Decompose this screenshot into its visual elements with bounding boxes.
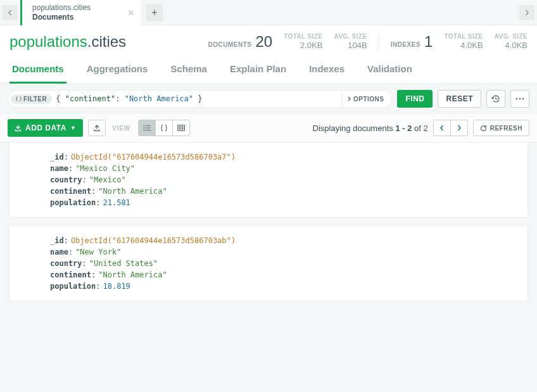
stat-indexes: INDEXES 1 xyxy=(391,33,433,51)
history-button[interactable] xyxy=(486,90,505,108)
tab-indexes[interactable]: Indexes xyxy=(306,57,347,84)
download-icon xyxy=(15,125,22,132)
caret-down-icon: ▼ xyxy=(70,125,76,131)
svg-point-1 xyxy=(519,98,521,100)
document-card[interactable]: _id:ObjectId("617604944e16573d586703a7")… xyxy=(9,142,528,218)
view-label: VIEW xyxy=(112,125,130,132)
more-button[interactable] xyxy=(510,90,529,108)
document-field: country:"Mexico" xyxy=(50,174,519,186)
document-field: country:"United States" xyxy=(50,258,519,269)
tab-explain-plan[interactable]: Explain Plan xyxy=(227,57,289,84)
svg-point-3 xyxy=(144,125,145,127)
svg-point-5 xyxy=(144,127,145,129)
braces-icon xyxy=(16,96,22,102)
pager-buttons xyxy=(433,120,468,136)
tab-documents[interactable]: Documents xyxy=(9,57,66,84)
documents-list: _id:ObjectId("617604944e16573d586703a7")… xyxy=(0,142,537,392)
svg-rect-8 xyxy=(146,130,151,130)
add-tab-button[interactable]: + xyxy=(146,4,163,22)
list-icon xyxy=(143,125,151,131)
chevron-left-icon xyxy=(439,125,445,131)
collection-name: cities xyxy=(91,33,126,50)
stat-documents: DOCUMENTS 20 xyxy=(208,33,272,51)
tab-schema[interactable]: Schema xyxy=(168,57,210,84)
collection-header: populations.cities DOCUMENTS 20 TOTAL SI… xyxy=(0,25,537,57)
ellipsis-icon xyxy=(515,98,524,100)
import-button[interactable] xyxy=(88,120,106,136)
stat-idx-total-size: TOTAL SIZE 4.0KB xyxy=(444,33,483,51)
chevron-right-icon xyxy=(457,125,462,131)
history-icon xyxy=(491,94,500,103)
close-icon[interactable]: × xyxy=(127,6,134,19)
pager-next-button[interactable] xyxy=(450,120,468,136)
database-name[interactable]: populations xyxy=(9,33,87,50)
active-tab[interactable]: populations.cities Documents × xyxy=(20,0,141,25)
reset-button[interactable]: RESET xyxy=(438,90,481,108)
sub-tabs: Documents Aggregations Schema Explain Pl… xyxy=(0,57,537,84)
svg-point-7 xyxy=(144,130,145,131)
view-list-button[interactable] xyxy=(138,120,156,136)
document-field: name:"New York" xyxy=(50,246,519,258)
upload-icon xyxy=(93,124,101,132)
document-field: _id:ObjectId("617604944e16573d586703ab") xyxy=(50,235,519,246)
options-button[interactable]: OPTIONS xyxy=(342,91,389,107)
pager-prev-button[interactable] xyxy=(433,120,451,136)
document-field: continent:"North America" xyxy=(50,269,519,281)
document-field: population:21.581 xyxy=(50,197,519,208)
tab-validation[interactable]: Validation xyxy=(365,57,415,84)
svg-rect-4 xyxy=(146,125,151,126)
view-json-button[interactable] xyxy=(155,120,173,136)
filter-badge: FILTER xyxy=(11,94,52,104)
stat-total-size: TOTAL SIZE 2.0KB xyxy=(284,33,322,51)
header-stats: DOCUMENTS 20 TOTAL SIZE 2.0KB AVG. SIZE … xyxy=(208,33,528,51)
tab-subtitle: Documents xyxy=(32,13,115,22)
documents-toolbar: ADD DATA ▼ VIEW Displaying documents 1 -… xyxy=(0,114,537,142)
svg-rect-6 xyxy=(146,128,151,129)
stat-avg-size: AVG. SIZE 104B xyxy=(334,33,367,51)
document-field: _id:ObjectId("617604944e16573d586703a7") xyxy=(50,151,519,163)
refresh-button[interactable]: REFRESH xyxy=(473,120,529,136)
nav-prev[interactable] xyxy=(3,5,18,20)
caret-right-icon xyxy=(348,96,351,101)
find-button[interactable]: FIND xyxy=(397,90,433,108)
refresh-icon xyxy=(480,125,487,132)
add-data-button[interactable]: ADD DATA ▼ xyxy=(8,119,83,137)
nav-next[interactable] xyxy=(519,5,534,20)
namespace-title: populations.cities xyxy=(9,33,126,51)
svg-rect-9 xyxy=(178,125,185,131)
braces-icon xyxy=(160,124,168,132)
document-field: continent:"North America" xyxy=(50,186,519,197)
filter-query: { "continent": "North America" } xyxy=(56,94,342,103)
document-field: population:18.819 xyxy=(50,281,519,292)
filter-bar: FILTER { "continent": "North America" } … xyxy=(0,84,537,114)
svg-point-0 xyxy=(516,98,518,100)
table-icon xyxy=(177,125,185,131)
document-card[interactable]: _id:ObjectId("617604944e16573d586703ab")… xyxy=(9,225,528,301)
view-table-button[interactable] xyxy=(172,120,190,136)
svg-point-2 xyxy=(522,98,524,100)
pager-text: Displaying documents 1 - 2 of 2 xyxy=(313,123,428,133)
view-switcher xyxy=(138,120,190,136)
tab-title: populations.cities xyxy=(32,3,115,12)
tab-bar: populations.cities Documents × + xyxy=(0,0,537,25)
filter-input[interactable]: FILTER { "continent": "North America" } … xyxy=(8,90,392,108)
tab-aggregations[interactable]: Aggregations xyxy=(84,57,151,84)
stat-idx-avg-size: AVG. SIZE 4.0KB xyxy=(495,33,528,51)
document-field: name:"Mexico City" xyxy=(50,163,519,174)
